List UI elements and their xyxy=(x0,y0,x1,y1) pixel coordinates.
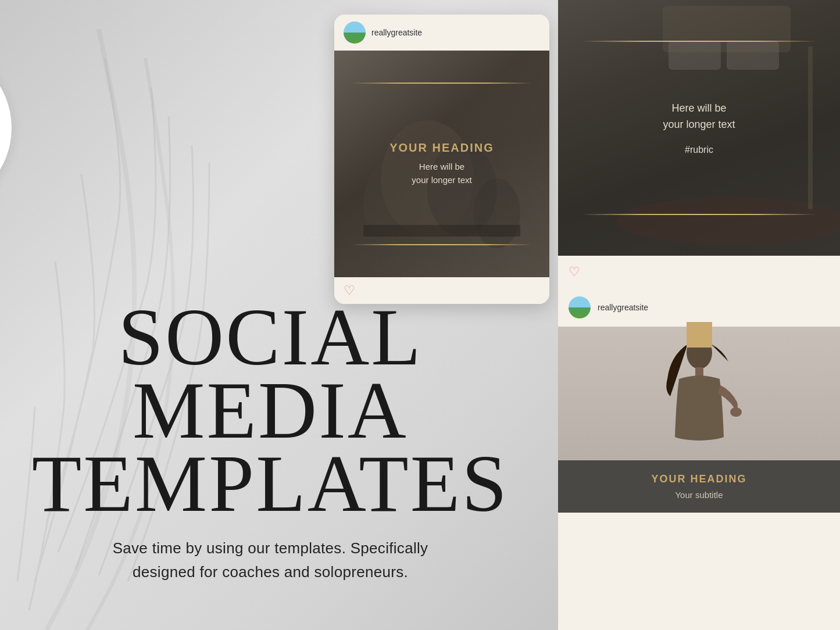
right-top-gold-top xyxy=(581,41,817,42)
right-profile-avatar xyxy=(569,296,591,318)
main-title-line1: SOCIAL MEDIA xyxy=(17,300,523,447)
svg-point-12 xyxy=(730,407,742,417)
main-title-section: SOCIAL MEDIA TEMPLATES Save time by usin… xyxy=(17,300,523,584)
page-container: MADE IN Canva SOCIAL MEDIA TEMPLATES Sav… xyxy=(0,0,840,630)
right-top-main-text: Here will be your longer text xyxy=(581,101,817,133)
post-subtext: Here will be your longer text xyxy=(352,160,532,187)
right-bottom-card: reallygreatsite xyxy=(558,288,840,630)
bottom-subtitle: Your subtitle xyxy=(570,490,828,500)
right-heart-area: ♡ xyxy=(558,256,840,288)
woman-silhouette xyxy=(647,332,752,460)
dark-bottom-section: YOUR HEADING Your subtitle xyxy=(558,460,840,513)
post-heading: YOUR HEADING xyxy=(352,141,532,155)
right-profile-name: reallygreatsite xyxy=(598,303,648,312)
svg-point-3 xyxy=(474,178,520,248)
right-top-gold-bottom xyxy=(581,214,817,215)
gold-square xyxy=(687,322,712,348)
post-footer: ♡ xyxy=(334,277,549,304)
right-heart-icon: ♡ xyxy=(569,264,580,280)
post-image-area: YOUR HEADING Here will be your longer te… xyxy=(334,51,549,277)
bottom-heading: YOUR HEADING xyxy=(570,473,828,485)
main-title-line2: TEMPLATES xyxy=(17,447,523,520)
right-top-text: Here will be your longer text #rubric xyxy=(558,101,840,155)
gold-line-bottom xyxy=(352,244,532,245)
profile-avatar xyxy=(344,22,366,44)
gold-line-top xyxy=(352,83,532,84)
post-header: reallygreatsite xyxy=(334,15,549,51)
right-top-card: Here will be your longer text #rubric xyxy=(558,0,840,256)
right-top-hashtag: #rubric xyxy=(581,145,817,155)
center-post-card: reallygreatsite YOUR HEADING xyxy=(334,15,549,304)
main-subtitle: Save time by using our templates. Specif… xyxy=(17,536,523,584)
svg-rect-4 xyxy=(363,225,520,237)
post-text-overlay: YOUR HEADING Here will be your longer te… xyxy=(334,141,549,187)
profile-name: reallygreatsite xyxy=(371,28,422,37)
heart-icon: ♡ xyxy=(344,283,355,298)
right-bottom-header: reallygreatsite xyxy=(558,288,840,327)
